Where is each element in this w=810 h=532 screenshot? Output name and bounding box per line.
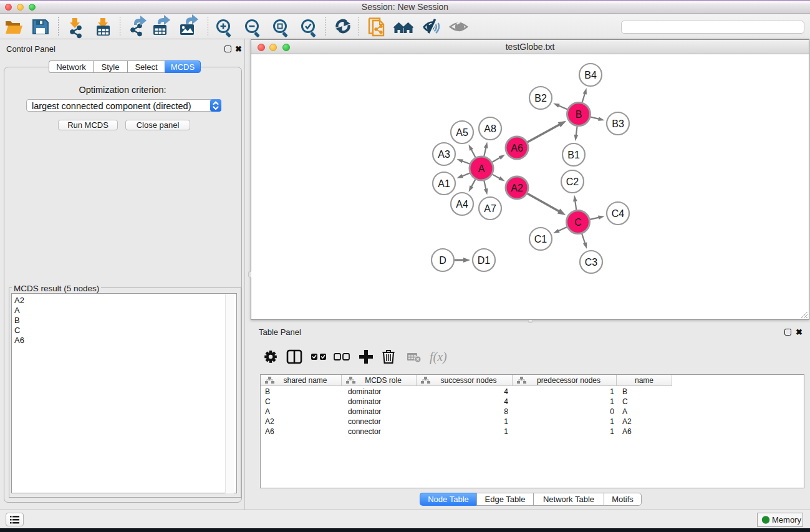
- svg-text:A5: A5: [456, 127, 468, 138]
- svg-text:B: B: [576, 109, 582, 120]
- svg-text:Memory: Memory: [772, 515, 801, 525]
- svg-text:C4: C4: [612, 208, 625, 219]
- svg-text:f(x): f(x): [430, 350, 447, 364]
- svg-text:A1: A1: [438, 178, 450, 189]
- svg-text:D: D: [439, 255, 446, 266]
- svg-text:A2: A2: [511, 183, 523, 193]
- svg-text:A4: A4: [456, 199, 468, 210]
- svg-text:A7: A7: [484, 203, 496, 214]
- svg-text:C1: C1: [534, 234, 547, 244]
- svg-text:A6: A6: [511, 143, 523, 153]
- svg-text:A: A: [478, 163, 485, 174]
- svg-text:B3: B3: [612, 118, 624, 129]
- svg-text:A8: A8: [484, 123, 496, 134]
- svg-text:B1: B1: [567, 150, 580, 160]
- svg-text:A3: A3: [438, 149, 450, 160]
- svg-text:C3: C3: [585, 257, 598, 268]
- svg-text:D1: D1: [478, 255, 491, 266]
- svg-text:B4: B4: [584, 70, 597, 80]
- svg-text:C: C: [574, 217, 582, 228]
- svg-text:B2: B2: [534, 93, 547, 104]
- svg-text:C2: C2: [566, 177, 579, 187]
